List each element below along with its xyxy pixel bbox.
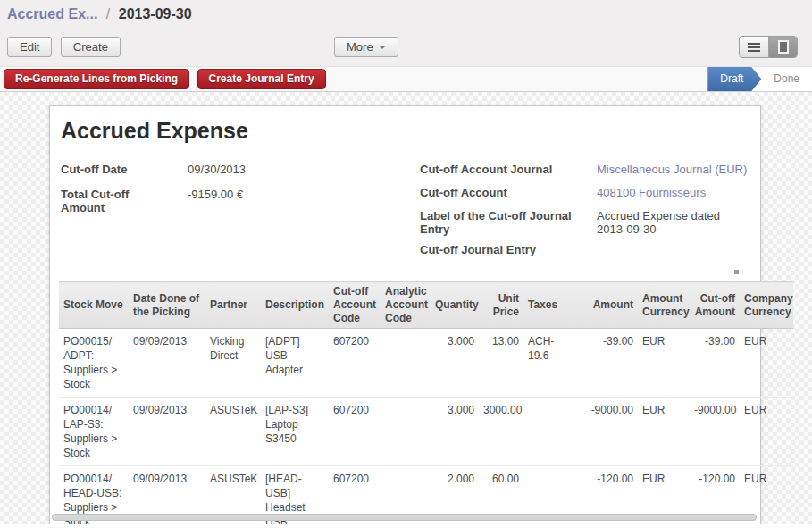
breadcrumb-separator: /: [102, 6, 114, 21]
table-cell: 607200: [329, 398, 381, 466]
field-cutoff-journal-entry: Cut-off Journal Entry: [420, 242, 773, 257]
column-header[interactable]: Stock Move: [59, 282, 129, 329]
status-done[interactable]: Done: [761, 67, 812, 91]
table-cell: 3.000: [431, 398, 479, 466]
breadcrumb-parent-link[interactable]: Accrued Ex...: [7, 6, 97, 21]
column-header[interactable]: Description: [261, 282, 329, 329]
field-total-cutoff-amount: Total Cut-off Amount -9159.00 €: [61, 187, 400, 217]
table-header-row: Stock MoveDate Done of the PickingPartne…: [59, 282, 793, 329]
table-cell: 09/09/2013: [129, 329, 205, 398]
list-view-button[interactable]: [740, 37, 768, 57]
view-switcher: [739, 36, 798, 58]
column-header[interactable]: Cut-off Amount: [690, 282, 740, 329]
table-cell: -9000.00: [690, 398, 740, 466]
table-cell: EUR: [740, 329, 793, 398]
cutoff-account-link[interactable]: 408100 Fournisseurs: [597, 185, 773, 200]
table-cell: ASUSTeK: [205, 398, 261, 466]
status-draft[interactable]: Draft: [707, 67, 761, 91]
table-cell: 09/09/2013: [129, 398, 205, 466]
form-view-button[interactable]: [768, 37, 797, 57]
table-cell: [381, 329, 431, 398]
statusbar: Draft Done: [707, 67, 812, 91]
total-cutoff-amount-value: -9159.00 €: [180, 187, 400, 217]
table-cell: EUR: [638, 398, 690, 466]
form-sheet: Accrued Expense Cut-off Date 09/30/2013 …: [49, 105, 761, 525]
breadcrumb: Accrued Ex... / 2013-09-30: [7, 6, 192, 22]
table-cell: Vicking Direct: [205, 329, 261, 398]
create-journal-entry-button[interactable]: Create Journal Entry: [197, 69, 326, 89]
field-cutoff-account: Cut-off Account 408100 Fournisseurs: [420, 185, 773, 200]
table-cell: -39.00: [579, 329, 638, 398]
column-header[interactable]: Company Currency: [740, 282, 793, 329]
table-cell: 607200: [329, 329, 381, 398]
chevron-down-icon: [379, 46, 386, 49]
table-cell: [LAP-S3] Laptop S3450: [261, 398, 329, 466]
column-header[interactable]: Date Done of the Picking: [129, 282, 205, 329]
field-group-right: Cut-off Account Journal Miscellaneous Jo…: [420, 162, 773, 265]
column-header[interactable]: Cut-off Account Code: [329, 282, 381, 329]
list-view-icon: [748, 43, 760, 52]
field-label: Cut-off Date: [61, 162, 180, 179]
column-header[interactable]: Partner: [205, 282, 261, 329]
field-label: Cut-off Journal Entry: [420, 242, 597, 257]
more-dropdown-button[interactable]: More: [334, 37, 398, 57]
table-cell: 13.00: [479, 329, 523, 398]
action-bar: Re-Generate Lines from Picking Create Jo…: [0, 66, 812, 92]
table-cell: [ADPT] USB Adapter: [261, 329, 329, 398]
table-cell: PO00014/ LAP-S3: Suppliers > Stock: [59, 398, 129, 466]
scrollbar-corner-dot: [734, 270, 739, 274]
cutoff-date-value: 09/30/2013: [180, 162, 400, 179]
column-header[interactable]: Amount Currency: [638, 282, 690, 329]
breadcrumb-current: 2013-09-30: [119, 6, 192, 21]
cutoff-account-journal-link[interactable]: Miscellaneous Journal (EUR): [597, 162, 773, 177]
table-cell: -9000.00: [579, 398, 638, 466]
cutoff-journal-entry-value: [597, 242, 773, 257]
column-header[interactable]: Amount: [579, 282, 638, 329]
column-header[interactable]: Unit Price: [479, 282, 523, 329]
table-cell: 3.000: [431, 329, 479, 398]
more-dropdown-label: More: [347, 40, 373, 54]
table-cell: [381, 398, 431, 466]
column-header[interactable]: Quantity: [431, 282, 479, 329]
table-row[interactable]: PO00014/ LAP-S3: Suppliers > Stock09/09/…: [59, 398, 793, 466]
table-row[interactable]: PO00015/ ADPT: Suppliers > Stock09/09/20…: [59, 329, 793, 398]
form-view-icon: [778, 40, 789, 54]
page-title: Accrued Expense: [61, 118, 248, 144]
table-cell: [523, 398, 579, 466]
field-label: Cut-off Account Journal: [420, 162, 597, 177]
column-header[interactable]: Taxes: [523, 282, 579, 329]
field-cutoff-account-journal: Cut-off Account Journal Miscellaneous Jo…: [420, 162, 773, 177]
cutoff-lines-table: Stock MoveDate Done of the PickingPartne…: [59, 281, 793, 528]
table-cell: ACH-19.6: [523, 329, 579, 398]
column-header[interactable]: Analytic Account Code: [381, 282, 431, 329]
edit-button[interactable]: Edit: [7, 37, 52, 57]
field-group-left: Cut-off Date 09/30/2013 Total Cut-off Am…: [61, 162, 400, 225]
table-cell: PO00015/ ADPT: Suppliers > Stock: [59, 329, 129, 398]
top-bar: Accrued Ex... / 2013-09-30 Edit Create M…: [0, 0, 812, 66]
field-journal-entry-label: Label of the Cut-off Journal Entry Accru…: [420, 208, 773, 237]
horizontal-scrollbar[interactable]: [52, 514, 757, 521]
record-toolbar: Edit Create: [7, 37, 125, 57]
table-cell: 3000.00: [479, 398, 523, 466]
field-cutoff-date: Cut-off Date 09/30/2013: [61, 162, 400, 179]
lines-table-wrapper: Stock MoveDate Done of the PickingPartne…: [59, 281, 793, 528]
create-button[interactable]: Create: [61, 37, 121, 57]
field-label: Label of the Cut-off Journal Entry: [420, 208, 597, 237]
table-cell: EUR: [740, 398, 793, 466]
journal-entry-label-value: Accrued Expense dated 2013-09-30: [597, 208, 773, 237]
field-label: Cut-off Account: [420, 185, 597, 200]
table-cell: EUR: [638, 329, 690, 398]
table-cell: -39.00: [690, 329, 740, 398]
content-area: Accrued Expense Cut-off Date 09/30/2013 …: [0, 92, 812, 527]
bottom-strip: [0, 524, 812, 527]
regenerate-lines-button[interactable]: Re-Generate Lines from Picking: [4, 69, 189, 89]
field-label: Total Cut-off Amount: [61, 187, 180, 217]
